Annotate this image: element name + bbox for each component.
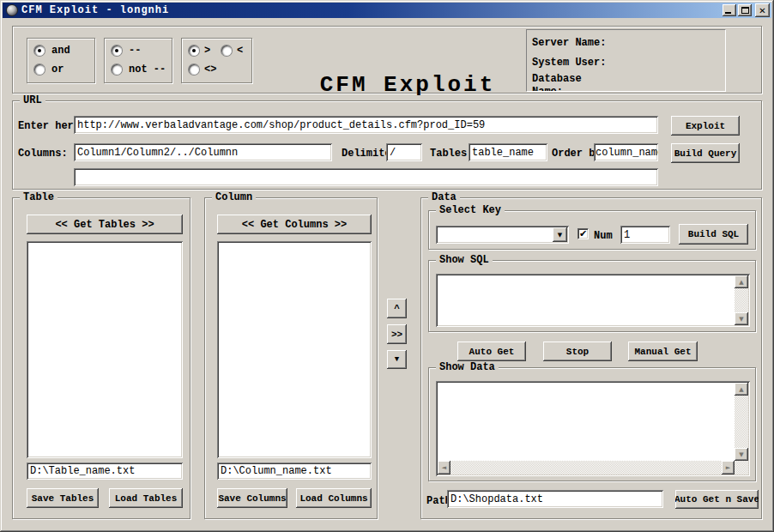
app-window: CFM Exploit - longnhi ✕ and or -- not --… xyxy=(0,0,774,532)
tables-list[interactable] xyxy=(27,241,183,458)
order-by-input[interactable]: column_name xyxy=(594,143,658,161)
scroll-track[interactable] xyxy=(450,461,722,475)
transfer-down-button[interactable]: ▼ xyxy=(387,350,407,369)
app-icon xyxy=(6,4,18,16)
scroll-right-icon: ► xyxy=(726,464,730,471)
auto-get-n-save-button[interactable]: Auto Get n Save xyxy=(675,490,759,509)
radio-notequal-label: <> xyxy=(204,63,216,76)
manual-get-button[interactable]: Manual Get xyxy=(628,342,698,361)
columns-file-input[interactable]: D:\Column_name.txt xyxy=(217,462,372,480)
arrow-down-icon: ▼ xyxy=(395,355,399,364)
radio-less-label: < xyxy=(237,45,243,57)
scroll-up-button[interactable]: ▲ xyxy=(735,275,748,288)
data-horizontal-scrollbar[interactable]: ◄ ► xyxy=(438,461,735,475)
tables-label: Tables: xyxy=(430,148,473,160)
radio-not-dashdash-label: not -- xyxy=(129,63,166,76)
comparison-group: > < <> xyxy=(181,38,252,83)
radio-dashdash[interactable] xyxy=(112,45,122,56)
radio-and-label: and xyxy=(51,45,70,57)
data-vertical-scrollbar[interactable]: ▲ ▼ xyxy=(735,383,748,461)
get-columns-button[interactable]: << Get Columns >> xyxy=(217,215,372,234)
key-dropdown[interactable]: ▼ xyxy=(436,226,569,244)
comment-style-group: -- not -- xyxy=(104,38,172,83)
scroll-right-button[interactable]: ► xyxy=(722,461,735,475)
logic-operator-group: and or xyxy=(27,38,95,83)
app-title: CFM Exploit xyxy=(279,72,536,98)
column-group: Column << Get Columns >> D:\Column_name.… xyxy=(204,197,378,519)
maximize-button[interactable] xyxy=(738,4,752,16)
title-bar[interactable]: CFM Exploit - longnhi ✕ xyxy=(3,3,771,18)
url-input[interactable]: http://www.verbaladvantage.com/shop/prod… xyxy=(74,116,658,134)
show-sql-group-label: Show SQL xyxy=(436,254,493,266)
radio-and[interactable] xyxy=(34,45,45,56)
query-output-field[interactable] xyxy=(74,168,658,186)
columns-input[interactable]: Column1/Column2/../Columnn xyxy=(74,143,332,161)
stop-button[interactable]: Stop xyxy=(543,342,612,361)
header-panel: and or -- not -- > < <> CFM Exploit Serv… xyxy=(12,26,762,94)
radio-notequal[interactable] xyxy=(189,64,199,75)
get-tables-button[interactable]: << Get Tables >> xyxy=(27,215,183,234)
table-group-label: Table xyxy=(20,191,57,203)
scroll-down-button[interactable]: ▼ xyxy=(735,312,748,325)
scroll-left-icon: ◄ xyxy=(442,464,446,471)
save-tables-button[interactable]: Save Tables xyxy=(27,488,99,508)
tables-input[interactable]: table_name xyxy=(469,143,547,161)
build-sql-button[interactable]: Build SQL xyxy=(679,224,748,245)
column-group-label: Column xyxy=(212,191,256,203)
load-columns-button[interactable]: Load Columns xyxy=(296,488,372,508)
server-name-label: Server Name: xyxy=(532,37,606,49)
show-sql-group: Show SQL ▲ ▼ xyxy=(428,260,756,332)
scroll-track[interactable] xyxy=(735,288,748,312)
maximize-icon xyxy=(741,7,749,14)
scroll-down-icon: ▼ xyxy=(739,451,743,458)
transfer-up-button[interactable]: ^ xyxy=(387,299,407,318)
scroll-up-button[interactable]: ▲ xyxy=(735,383,748,396)
minimize-button[interactable] xyxy=(723,4,736,16)
select-key-group-label: Select Key xyxy=(436,204,505,216)
caret-up-icon: ^ xyxy=(394,304,400,314)
url-group-label: URL xyxy=(20,94,45,106)
save-columns-button[interactable]: Save Columns xyxy=(217,488,287,508)
url-group: URL Enter her http://www.verbaladvantage… xyxy=(12,100,762,190)
close-icon: ✕ xyxy=(759,6,765,15)
show-data-group: Show Data ▲ ▼ ◄ ► xyxy=(428,367,756,481)
num-checkbox[interactable]: ✔ xyxy=(577,228,589,239)
load-tables-button[interactable]: Load Tables xyxy=(109,488,183,508)
select-key-group: Select Key ▼ ✔ Num 1 Build SQL xyxy=(428,210,756,250)
exploit-button[interactable]: Exploit xyxy=(671,116,740,136)
enter-url-label: Enter her xyxy=(18,120,74,132)
path-input[interactable]: D:\Shopdata.txt xyxy=(447,490,663,508)
delimiter-input[interactable]: / xyxy=(386,143,422,161)
sql-textarea[interactable]: ▲ ▼ xyxy=(436,274,750,327)
num-label: Num xyxy=(594,230,613,242)
dropdown-button[interactable]: ▼ xyxy=(553,227,567,242)
system-user-label: System User: xyxy=(532,57,606,69)
radio-dashdash-label: -- xyxy=(129,45,141,57)
auto-get-button[interactable]: Auto Get xyxy=(457,342,526,361)
num-input[interactable]: 1 xyxy=(620,226,670,244)
server-info-panel: Server Name: System User: Database Name: xyxy=(526,29,726,92)
columns-list[interactable] xyxy=(217,241,372,458)
window-title: CFM Exploit - longnhi xyxy=(21,4,721,16)
build-query-button[interactable]: Build Query xyxy=(671,143,740,163)
sql-vertical-scrollbar[interactable]: ▲ ▼ xyxy=(735,275,748,325)
minimize-icon xyxy=(725,12,731,14)
radio-less[interactable] xyxy=(221,45,232,56)
radio-greater[interactable] xyxy=(189,45,199,56)
tables-file-input[interactable]: D:\Table_name.txt xyxy=(27,462,183,480)
scroll-track[interactable] xyxy=(735,396,748,448)
scroll-down-button[interactable]: ▼ xyxy=(735,448,748,461)
radio-not-dashdash[interactable] xyxy=(112,64,122,75)
chevron-down-icon: ▼ xyxy=(558,232,562,239)
scroll-up-icon: ▲ xyxy=(739,279,743,286)
scroll-up-icon: ▲ xyxy=(739,386,743,393)
show-data-group-label: Show Data xyxy=(436,361,499,373)
data-textarea[interactable]: ▲ ▼ ◄ ► xyxy=(436,381,750,476)
radio-greater-label: > xyxy=(204,45,210,57)
scroll-left-button[interactable]: ◄ xyxy=(438,461,450,475)
close-button[interactable]: ✕ xyxy=(755,3,770,17)
transfer-right-button[interactable]: >> xyxy=(387,324,407,344)
radio-or[interactable] xyxy=(34,64,45,75)
table-group: Table << Get Tables >> D:\Table_name.txt… xyxy=(12,197,190,519)
double-chevron-right-icon: >> xyxy=(391,329,402,340)
